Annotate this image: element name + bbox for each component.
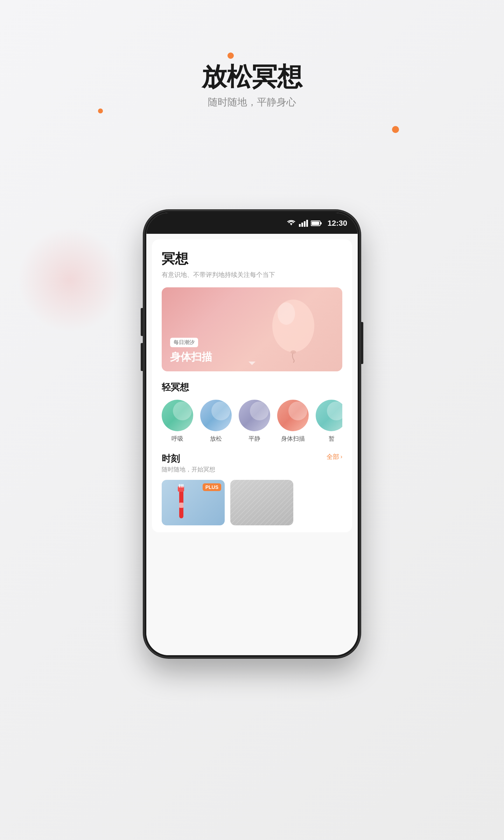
- decorative-dot-1: [227, 52, 234, 59]
- hero-tag: 每日潮汐: [170, 338, 198, 347]
- background-blob: [18, 227, 122, 332]
- body-scan-circle: [277, 400, 309, 431]
- svg-rect-12: [181, 484, 182, 488]
- main-content-card: 冥想 有意识地、不带评判地持续关注每个当下: [152, 239, 352, 532]
- notch: [227, 213, 276, 225]
- calm-circle: [239, 400, 270, 431]
- decorative-dot-2: [98, 108, 103, 113]
- moments-cards: PLUS: [162, 480, 342, 525]
- moments-section: 时刻 随时随地，开始冥想 全部 › PLUS: [162, 453, 342, 525]
- meditation-title: 冥想: [162, 250, 342, 268]
- moments-title-group: 时刻 随时随地，开始冥想: [162, 453, 215, 474]
- meditation-circles-row: 呼吸 放松: [162, 400, 342, 443]
- svg-rect-3: [312, 222, 319, 225]
- phone-screen: 12:30 冥想 有意识地、不带评判地持续关注每个当下: [146, 213, 358, 655]
- svg-marker-7: [248, 362, 255, 365]
- page-main-title: 放松冥想: [202, 63, 302, 91]
- status-icons: 12:30: [286, 219, 347, 228]
- svg-point-6: [290, 350, 296, 354]
- plus-badge: PLUS: [203, 483, 221, 491]
- body-scan-label: 身体扫描: [281, 435, 305, 443]
- screen-content[interactable]: 冥想 有意识地、不带评判地持续关注每个当下: [146, 234, 358, 655]
- circle-item-breathing[interactable]: 呼吸: [162, 400, 193, 443]
- moment-card-1[interactable]: PLUS: [162, 480, 225, 525]
- temp-circle: [316, 400, 342, 431]
- power-button: [361, 322, 363, 364]
- texture-illustration: [230, 480, 293, 525]
- volume-up-button: [141, 308, 143, 336]
- circle-item-body-scan[interactable]: 身体扫描: [277, 400, 309, 443]
- relax-circle: [200, 400, 232, 431]
- signal-icon: [299, 220, 308, 227]
- svg-marker-0: [290, 223, 293, 225]
- relax-label: 放松: [210, 435, 222, 443]
- svg-rect-13: [182, 484, 183, 488]
- svg-rect-2: [320, 222, 322, 224]
- battery-icon: [311, 220, 322, 226]
- temp-label: 暂: [329, 435, 335, 443]
- phone-device: 12:30 冥想 有意识地、不带评判地持续关注每个当下: [144, 210, 360, 658]
- breathing-circle: [162, 400, 193, 431]
- hero-banner[interactable]: 每日潮汐 身体扫描: [162, 287, 342, 371]
- circle-item-temp[interactable]: 暂: [316, 400, 342, 443]
- hero-title: 身体扫描: [170, 350, 212, 364]
- moments-title: 时刻: [162, 453, 215, 465]
- moments-header: 时刻 随时随地，开始冥想 全部 ›: [162, 453, 342, 474]
- phone-frame: 12:30 冥想 有意识地、不带评判地持续关注每个当下: [144, 210, 360, 658]
- wifi-icon: [286, 220, 296, 227]
- view-all-button[interactable]: 全部 ›: [327, 453, 342, 461]
- balloon-illustration: [265, 294, 321, 364]
- decorative-dot-3: [392, 126, 399, 133]
- circle-item-calm[interactable]: 平静: [239, 400, 270, 443]
- volume-down-button: [141, 343, 143, 371]
- toothbrush-illustration: [172, 483, 190, 525]
- page-main-subtitle: 随时随地，平静身心: [202, 96, 302, 109]
- light-meditation-section: 轻冥想 呼吸: [162, 381, 342, 443]
- scroll-indicator: [248, 362, 255, 366]
- light-meditation-title: 轻冥想: [162, 381, 342, 393]
- breathing-label: 呼吸: [172, 435, 183, 443]
- status-time: 12:30: [328, 219, 347, 228]
- svg-point-5: [278, 302, 295, 325]
- moments-subtitle: 随时随地，开始冥想: [162, 465, 215, 474]
- svg-rect-9: [179, 503, 183, 508]
- svg-rect-11: [179, 484, 180, 488]
- status-bar: 12:30: [146, 213, 358, 234]
- meditation-subtitle: 有意识地、不带评判地持续关注每个当下: [162, 271, 342, 279]
- calm-label: 平静: [248, 435, 260, 443]
- svg-rect-15: [230, 480, 293, 525]
- circle-item-relax[interactable]: 放松: [200, 400, 232, 443]
- moment-card-2[interactable]: [230, 480, 293, 525]
- chevron-right-icon: ›: [341, 454, 342, 460]
